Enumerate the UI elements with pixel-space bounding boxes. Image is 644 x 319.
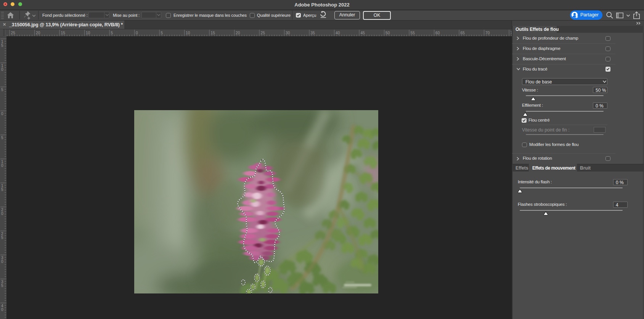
svg-text:0: 0 — [1, 212, 3, 216]
svg-text:60: 60 — [435, 31, 440, 35]
svg-text:20: 20 — [236, 31, 240, 35]
svg-text:5: 5 — [161, 31, 163, 35]
svg-text:20: 20 — [36, 31, 40, 35]
svg-text:5: 5 — [1, 284, 3, 288]
svg-text:5: 5 — [111, 31, 113, 35]
svg-text:5: 5 — [1, 88, 3, 92]
svg-text:5: 5 — [1, 188, 3, 192]
svg-text:5: 5 — [1, 43, 3, 48]
svg-text:0: 0 — [1, 164, 3, 168]
svg-text:0: 0 — [136, 31, 138, 35]
svg-text:0: 0 — [1, 308, 3, 312]
svg-text:35: 35 — [311, 31, 315, 35]
svg-text:15: 15 — [61, 31, 66, 35]
svg-text:0: 0 — [1, 112, 3, 116]
svg-text:0: 0 — [1, 67, 3, 72]
svg-text:10: 10 — [86, 31, 90, 35]
svg-text:0: 0 — [1, 260, 3, 264]
svg-text:65: 65 — [461, 31, 465, 35]
svg-text:30: 30 — [286, 31, 290, 35]
svg-text:50: 50 — [385, 31, 390, 35]
svg-text:55: 55 — [411, 31, 415, 35]
svg-text:10: 10 — [186, 31, 190, 35]
svg-text:70: 70 — [485, 31, 490, 35]
svg-text:5: 5 — [1, 136, 3, 140]
svg-text:40: 40 — [336, 31, 340, 35]
svg-text:45: 45 — [361, 31, 365, 35]
svg-text:25: 25 — [261, 31, 265, 35]
svg-text:15: 15 — [211, 31, 215, 35]
svg-text:25: 25 — [11, 31, 16, 35]
svg-text:5: 5 — [1, 236, 3, 240]
